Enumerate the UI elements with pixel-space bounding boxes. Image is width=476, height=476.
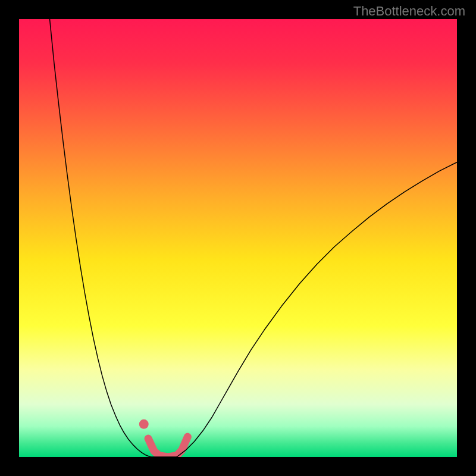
- watermark-text: TheBottleneck.com: [353, 4, 465, 19]
- plot-area: [19, 19, 457, 457]
- chart-frame: TheBottleneck.com: [0, 0, 476, 476]
- chart-svg: [19, 19, 457, 457]
- highlight-dot: [139, 419, 149, 429]
- gradient-background: [19, 19, 457, 457]
